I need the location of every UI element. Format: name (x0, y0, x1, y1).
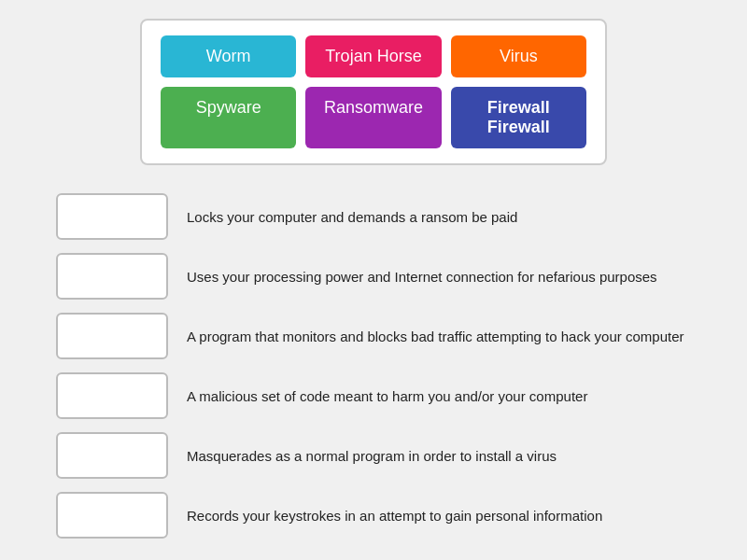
match-row-virus: A malicious set of code meant to harm yo… (56, 372, 691, 419)
definition-spyware: Records your keystrokes in an attempt to… (187, 506, 602, 525)
drop-box-worm[interactable] (56, 253, 168, 300)
match-row-worm: Uses your processing power and Internet … (56, 253, 691, 300)
match-row-trojan: Masquerades as a normal program in order… (56, 432, 691, 479)
definition-virus: A malicious set of code meant to harm yo… (187, 386, 587, 406)
match-row-firewall: A program that monitors and blocks bad t… (56, 313, 691, 359)
definition-trojan: Masquerades as a normal program in order… (187, 446, 557, 466)
drop-box-trojan[interactable] (56, 432, 168, 479)
match-list: Locks your computer and demands a ransom… (56, 193, 691, 539)
definition-ransomware: Locks your computer and demands a ransom… (187, 207, 517, 227)
definition-worm: Uses your processing power and Internet … (187, 267, 657, 287)
word-bank: Worm Trojan Horse Virus Spyware Ransomwa… (140, 19, 607, 165)
tile-worm[interactable]: Worm (161, 35, 296, 77)
definition-firewall: A program that monitors and blocks bad t… (187, 327, 684, 346)
drop-box-virus[interactable] (56, 372, 168, 419)
match-row-ransomware: Locks your computer and demands a ransom… (56, 193, 691, 240)
tile-firewall[interactable]: Firewall Firewall (451, 87, 586, 148)
drop-box-firewall[interactable] (56, 313, 168, 359)
tile-spyware[interactable]: Spyware (161, 87, 296, 148)
drop-box-spyware[interactable] (56, 492, 168, 539)
tile-ransomware[interactable]: Ransomware (305, 87, 441, 148)
tile-virus[interactable]: Virus (451, 35, 586, 77)
match-row-spyware: Records your keystrokes in an attempt to… (56, 492, 691, 539)
tile-trojan[interactable]: Trojan Horse (305, 35, 441, 77)
drop-box-ransomware[interactable] (56, 193, 168, 240)
